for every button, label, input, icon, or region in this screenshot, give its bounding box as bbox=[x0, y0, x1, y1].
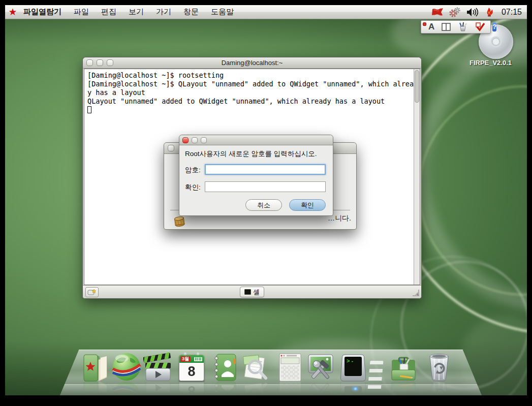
menubar: ★ 파일열람기 파일 편집 보기 가기 창문 도움말 bbox=[5, 5, 527, 19]
flag-icon[interactable] bbox=[431, 7, 444, 17]
cancel-button[interactable]: 취소 bbox=[245, 199, 282, 211]
dock-icon-file-manager[interactable] bbox=[81, 352, 111, 383]
terminal-line: [Daming@localhost ~]$ rootsetting bbox=[87, 71, 417, 80]
terminal-statusbar: 셸 bbox=[83, 285, 421, 298]
menu-help[interactable]: 도움말 bbox=[211, 7, 234, 17]
menu-file-viewer[interactable]: 파일열람기 bbox=[23, 7, 61, 17]
dock-icon-system-tools[interactable] bbox=[306, 352, 335, 383]
terminal-line: [Daming@localhost ~]$ QLayout "unnamed" … bbox=[87, 80, 417, 88]
shell-monitor-icon bbox=[244, 289, 251, 295]
clock: 07:15 bbox=[500, 8, 522, 17]
shell-tab-label: 셸 bbox=[253, 288, 260, 297]
menu-go[interactable]: 가기 bbox=[156, 7, 171, 17]
speaker-icon[interactable] bbox=[466, 7, 478, 17]
terminal-titlebar[interactable]: Daming@localhost:~ bbox=[83, 57, 421, 69]
red-star-icon[interactable]: ★ bbox=[5, 5, 20, 19]
terminal-scrollbar[interactable] bbox=[414, 69, 420, 285]
password-input[interactable] bbox=[205, 164, 326, 175]
confirm-label: 확인: bbox=[185, 183, 201, 192]
desktop: ★ 파일열람기 파일 편집 보기 가기 창문 도움말 bbox=[5, 5, 527, 395]
terminal-line: y has a layout bbox=[87, 88, 417, 97]
cd-label: FIRPE_V2.0.1 bbox=[451, 59, 527, 67]
dock-icon-trash[interactable] bbox=[424, 352, 454, 383]
menu-file[interactable]: 파일 bbox=[74, 7, 89, 17]
dock-icon-media-player[interactable] bbox=[143, 352, 173, 383]
pens-tool-icon[interactable] bbox=[458, 22, 468, 32]
dialog-close-button[interactable] bbox=[182, 137, 189, 143]
dock-icon-document-search[interactable] bbox=[240, 352, 269, 383]
dialog-minimize-button[interactable] bbox=[192, 137, 198, 143]
password-dialog-titlebar[interactable] bbox=[179, 135, 333, 145]
dock-icon-utilities[interactable] bbox=[389, 352, 418, 383]
ok-button[interactable]: 확인 bbox=[289, 199, 326, 211]
dock-icon-calendar[interactable]: 3월 8 bbox=[177, 352, 206, 383]
password-dialog[interactable]: Root사용자의 새로운 암호를 입력하십시오. 암호: 확인: 취소 확인 bbox=[179, 135, 333, 216]
auth-coins-icon bbox=[173, 214, 185, 229]
terminal-title: Daming@localhost:~ bbox=[83, 59, 421, 67]
gears-icon[interactable] bbox=[449, 7, 461, 17]
new-session-button[interactable] bbox=[85, 287, 99, 297]
shell-tab[interactable]: 셸 bbox=[240, 287, 264, 297]
resize-grip[interactable] bbox=[411, 288, 420, 297]
calendar-day: 8 bbox=[179, 363, 204, 381]
menu-view[interactable]: 보기 bbox=[129, 7, 144, 17]
menu-window[interactable]: 창문 bbox=[183, 7, 199, 17]
terminal-cursor bbox=[87, 106, 91, 113]
dock-running-indicator bbox=[353, 387, 358, 390]
dock-terminal-prompt: > - bbox=[347, 358, 353, 364]
help-tool-icon[interactable]: ? bbox=[492, 22, 496, 32]
dock-icon-web-browser[interactable] bbox=[112, 352, 141, 383]
dock-icon-terminal[interactable]: > - bbox=[338, 352, 368, 383]
password-label: 암호: bbox=[185, 166, 201, 175]
terminal-line: QLayout "unnamed" added to QWidget "unna… bbox=[87, 97, 417, 106]
format-toolbar: A ? bbox=[421, 20, 491, 34]
spellcheck-tool-icon[interactable] bbox=[475, 22, 485, 32]
flame-icon[interactable] bbox=[483, 7, 495, 17]
dock-icon-address-book[interactable] bbox=[210, 352, 240, 383]
screen-bezel: ★ 파일열람기 파일 편집 보기 가기 창문 도움말 bbox=[0, 0, 532, 406]
calendar-month: 3월 bbox=[180, 356, 191, 362]
dialog-maximize-button[interactable] bbox=[201, 137, 207, 143]
dock-icon-calculator[interactable] bbox=[275, 352, 305, 383]
confirm-input[interactable] bbox=[205, 181, 326, 192]
dialog-message: Root사용자의 새로운 암호를 입력하십시오. bbox=[185, 149, 329, 159]
columns-tool-icon[interactable] bbox=[442, 22, 451, 32]
toolbar-handle-dot[interactable] bbox=[423, 22, 426, 26]
menu-edit[interactable]: 편집 bbox=[101, 7, 116, 17]
font-tool-icon[interactable]: A bbox=[428, 22, 434, 32]
background-dialog-button[interactable] bbox=[168, 145, 174, 151]
dock-separator-dashes bbox=[367, 361, 383, 390]
